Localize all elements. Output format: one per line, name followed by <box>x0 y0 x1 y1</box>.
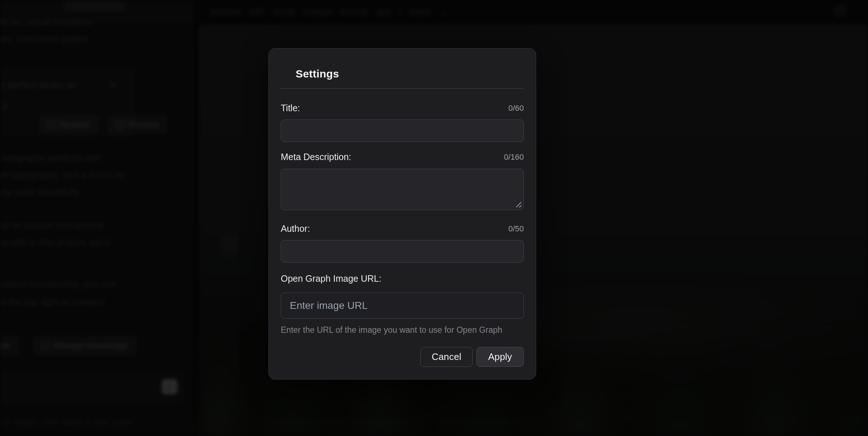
og-field-row: Open Graph Image URL: <box>281 273 524 284</box>
author-input[interactable] <box>281 240 524 263</box>
title-input[interactable] <box>281 120 524 142</box>
meta-description-label: Meta Description: <box>281 151 351 162</box>
author-label: Author: <box>281 223 310 234</box>
dialog-title: Settings <box>296 67 524 80</box>
meta-description-textarea[interactable] <box>281 169 524 210</box>
cancel-button[interactable]: Cancel <box>420 347 473 367</box>
meta-field-row: Meta Description: 0/160 <box>281 151 524 162</box>
title-counter: 0/60 <box>508 103 524 113</box>
divider <box>281 88 524 89</box>
og-helper-text: Enter the URL of the image you want to u… <box>281 324 524 335</box>
og-image-url-label: Open Graph Image URL: <box>281 273 381 284</box>
author-field-row: Author: 0/50 <box>281 223 524 234</box>
dialog-actions: Cancel Apply <box>281 347 524 367</box>
resize-handle-icon[interactable] <box>515 201 521 207</box>
meta-description-counter: 0/160 <box>504 152 524 162</box>
title-label: Title: <box>281 102 300 113</box>
og-image-url-input[interactable] <box>281 293 524 319</box>
meta-description-wrap <box>281 169 524 210</box>
author-counter: 0/50 <box>508 224 524 234</box>
apply-button[interactable]: Apply <box>476 347 524 367</box>
title-field-row: Title: 0/60 <box>281 102 524 113</box>
app-root: ty tools no, visual creations hniques, a… <box>0 0 868 436</box>
settings-dialog: Settings Title: 0/60 Meta Description: 0… <box>268 48 536 380</box>
